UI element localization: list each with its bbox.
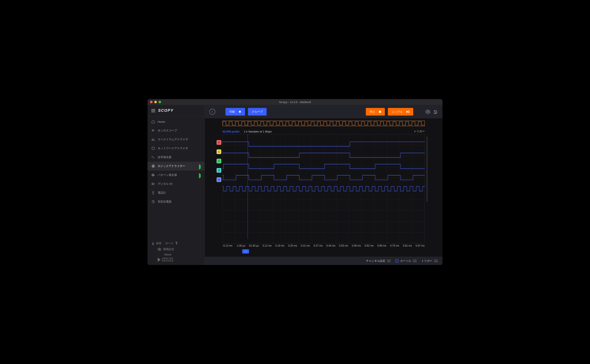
svg-point-17: [435, 110, 435, 111]
svg-marker-11: [407, 110, 408, 113]
checkbox-icon: [396, 260, 398, 262]
sliders-icon: [413, 260, 417, 262]
cursor-line[interactable]: [248, 134, 248, 239]
sidebar-item-volt[interactable]: 電圧計: [148, 188, 205, 197]
x-tick: 0.12 ms: [262, 244, 272, 248]
trigger-label: トリガー: [414, 130, 425, 133]
plot-info-row: 62.500 µs/div 1 k Samples at 1 Msps トリガー: [222, 130, 425, 133]
sidebar-item-label: デジタル IO: [158, 182, 172, 186]
channel-settings-button[interactable]: チャンネル設定: [366, 259, 391, 263]
save-button[interactable]: 保存: [151, 241, 161, 245]
single-button[interactable]: シングル: [388, 108, 413, 116]
osc-icon: [151, 129, 155, 132]
sliders-icon[interactable]: [433, 109, 438, 114]
sidebar-header: SCOPY: [148, 105, 205, 116]
svg-rect-12: [409, 110, 409, 113]
channel-tag-1[interactable]: 1: [217, 150, 221, 154]
sidebar-item-label: 信号発生器: [158, 155, 171, 159]
app-body: SCOPY Homeオシロスコープスペクトラムアナライザネットワークアナライザ信…: [148, 105, 442, 265]
cursor-handle[interactable]: ‹ ›: [242, 249, 249, 254]
sidebar-item-home[interactable]: Home: [148, 117, 205, 126]
x-tick: 0.56 ms: [352, 244, 361, 248]
svg-point-19: [435, 113, 436, 114]
vertical-scrollbar[interactable]: [425, 134, 429, 243]
about-link[interactable]: About: [151, 253, 201, 256]
sidebar-item-label: Home: [158, 120, 165, 123]
siggen-icon: [151, 155, 155, 159]
x-tick: 0.87 ms: [416, 244, 425, 248]
sidebar-item-label: ネットワークアナライザ: [158, 146, 188, 150]
psu-icon: [151, 200, 155, 204]
x-axis: -0.13 ms-1.00 µs61.50 µs0.12 ms0.19 ms0.…: [222, 244, 425, 248]
spec-icon: [151, 137, 155, 141]
x-tick: 0.69 ms: [377, 244, 387, 248]
sidebar-item-psu[interactable]: 安定化電源: [148, 197, 205, 206]
svg-point-2: [153, 166, 154, 167]
pattern-icon: [151, 173, 155, 177]
sidebar-footer: 保存 ロード 環境設定 About ANALOGDEVICES: [148, 238, 205, 265]
timebase-label: 62.500 µs/div: [222, 130, 240, 133]
svg-point-18: [436, 112, 437, 113]
x-tick: 0.50 ms: [339, 244, 348, 248]
sidebar-nav: Homeオシロスコープスペクトラムアナライザネットワークアナライザ信号発生器ロジ…: [148, 116, 205, 238]
svg-rect-8: [239, 111, 241, 111]
sidebar-item-pattern[interactable]: パターン発生器: [148, 171, 205, 179]
sidebar-item-logic[interactable]: ロジックアナライザー: [148, 162, 205, 171]
x-tick: 0.31 ms: [301, 244, 310, 248]
volt-icon: [151, 191, 155, 195]
channel-tag-4[interactable]: 4: [217, 177, 221, 182]
canvas-area: 62.500 µs/div 1 k Samples at 1 Msps トリガー…: [205, 118, 442, 256]
x-tick: 0.25 ms: [288, 244, 297, 248]
channel-tag-0[interactable]: 0: [217, 140, 221, 145]
main-panel: i 印刷 グループ 停止 シングル: [205, 105, 442, 265]
trigger-settings-button[interactable]: トリガー: [421, 259, 438, 263]
svg-point-7: [159, 249, 160, 250]
overview-waveform[interactable]: [222, 121, 425, 126]
sidebar-item-label: 安定化電源: [158, 200, 171, 204]
svg-rect-10: [240, 112, 241, 113]
titlebar: Scopy - v1.3.0 - dda5ec6: [148, 99, 442, 105]
info-icon[interactable]: i: [209, 109, 215, 115]
samples-label: 1 k Samples at 1 Msps: [244, 130, 272, 133]
x-tick: 0.62 ms: [364, 244, 374, 248]
channel-tag-2[interactable]: 2: [217, 159, 221, 163]
print-button[interactable]: 印刷: [226, 108, 245, 116]
sidebar-item-dio[interactable]: デジタル IO: [148, 179, 205, 188]
logic-icon: [151, 164, 155, 168]
preferences-button[interactable]: 環境設定: [151, 247, 201, 251]
svg-point-1: [152, 165, 154, 167]
gear-icon[interactable]: [426, 109, 430, 114]
window-title: Scopy - v1.3.0 - dda5ec6: [148, 101, 442, 104]
x-tick: 0.44 ms: [326, 244, 335, 248]
plot-area[interactable]: [222, 134, 425, 243]
group-button[interactable]: グループ: [248, 108, 267, 116]
menu-icon[interactable]: [151, 109, 155, 112]
stop-icon: [379, 111, 381, 113]
x-tick: -0.13 ms: [222, 244, 233, 248]
sliders-icon: [387, 260, 391, 262]
net-icon: [151, 146, 155, 150]
plot-row: 01234: [210, 134, 437, 243]
stop-button[interactable]: 停止: [366, 108, 385, 116]
dio-icon: [151, 182, 155, 186]
channel-labels: 01234: [210, 134, 222, 243]
app-window: Scopy - v1.3.0 - dda5ec6 SCOPY Homeオシロスコ…: [148, 99, 442, 265]
toolbar: i 印刷 グループ 停止 シングル: [205, 105, 442, 118]
sidebar-item-siggen[interactable]: 信号発生器: [148, 153, 205, 162]
x-tick: -1.00 µs: [236, 244, 245, 248]
x-tick: 0.81 ms: [403, 244, 412, 248]
sidebar-item-net[interactable]: ネットワークアナライザ: [148, 144, 205, 153]
sidebar: SCOPY Homeオシロスコープスペクトラムアナライザネットワークアナライザ信…: [148, 105, 205, 265]
channel-tag-3[interactable]: 3: [217, 168, 221, 173]
sidebar-item-osc[interactable]: オシロスコープ: [148, 126, 205, 135]
home-icon: [151, 120, 155, 124]
sidebar-item-label: スペクトラムアナライザ: [158, 137, 188, 141]
load-button[interactable]: ロード: [165, 241, 178, 245]
cursor-toggle[interactable]: カーソル: [396, 259, 417, 263]
sidebar-item-spec[interactable]: スペクトラムアナライザ: [148, 135, 205, 144]
x-tick: 0.37 ms: [314, 244, 323, 248]
app-logo: SCOPY: [158, 108, 174, 113]
x-tick: 0.75 ms: [390, 244, 399, 248]
sidebar-item-label: パターン発生器: [158, 173, 177, 177]
printer-icon: [239, 110, 241, 113]
